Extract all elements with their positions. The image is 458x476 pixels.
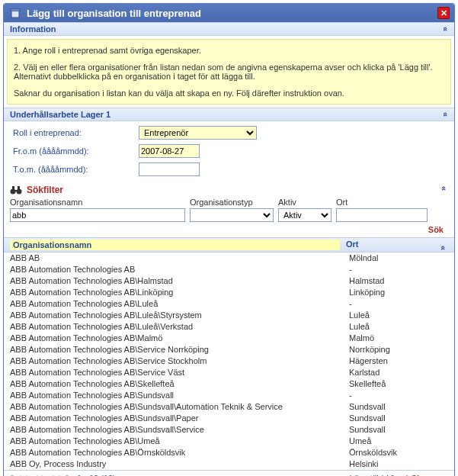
table-row[interactable]: ABB Automation Technologies AB\HalmstadH… <box>4 275 454 287</box>
info-line-1: 1. Ange roll i entreprenad samt övriga e… <box>14 46 444 55</box>
section-header-underhall[interactable]: Underhållsarbete Lager 1 « <box>4 108 454 121</box>
cell-orgnamn: ABB AB <box>10 252 349 264</box>
table-row[interactable]: ABB Automation Technologies AB\Service S… <box>4 355 454 367</box>
cell-ort: Norrköping <box>349 344 448 355</box>
cell-ort: - <box>349 264 448 275</box>
table-row[interactable]: ABB Automation Technologies AB\Linköping… <box>4 287 454 298</box>
cell-orgnamn: ABB Automation Technologies AB\Umeå <box>10 436 349 447</box>
table-row[interactable]: ABB Automation Technologies AB\Luleå\Sty… <box>4 310 454 321</box>
cell-orgnamn: ABB Automation Technologies AB\Halmstad <box>10 275 349 287</box>
table-row[interactable]: ABB Automation Technologies AB\Skellefte… <box>4 378 454 390</box>
next-page-icon[interactable]: ▶ <box>42 473 48 476</box>
from-label: Fr.o.m (ååååmmdd): <box>13 146 139 156</box>
cell-orgnamn: ABB Automation Technologies AB\Luleå <box>10 298 349 310</box>
section-label: Information <box>10 24 444 34</box>
cell-orgnamn: ABB Automation Technologies AB\Sundsvall… <box>10 401 349 413</box>
building-icon <box>8 6 22 20</box>
table-row[interactable]: ABB Automation Technologies AB\MalmöMalm… <box>4 333 454 344</box>
info-line-3: Saknar du organisation i listan kan du v… <box>14 88 444 98</box>
pager-info: 1 - 19 (19) <box>77 474 116 477</box>
last-page-icon[interactable]: ▶▶▮ <box>53 473 69 476</box>
role-select[interactable]: Entreprenör <box>139 126 257 140</box>
orgtyp-select[interactable] <box>190 208 274 222</box>
aktiv-select[interactable]: Aktiv <box>278 208 331 222</box>
table-row[interactable]: ABB Automation Technologies AB\UmeåUmeå <box>4 436 454 447</box>
table-row[interactable]: ABB Automation Technologies AB- <box>4 264 454 275</box>
lagg-till-link[interactable]: Lägg till <box>350 474 379 477</box>
cell-orgnamn: ABB Automation Technologies AB\Service S… <box>10 355 349 367</box>
orgnamn-input[interactable] <box>10 208 185 222</box>
filter-header: Sökfilter <box>4 182 454 196</box>
cell-orgnamn: ABB Automation Technologies AB\Malmö <box>10 333 349 344</box>
table-body: ABB ABMölndalABB Automation Technologies… <box>4 252 454 470</box>
section-label: Underhållsarbete Lager 1 <box>10 110 444 119</box>
pager-bar: ▮◀◀ ◀ ▶ ▶▶▮ 1 - 19 (19) Lägg till | Visa… <box>4 470 454 476</box>
search-button[interactable]: Sök <box>428 225 444 234</box>
cell-ort: Skellefteå <box>349 378 448 390</box>
filter-section: « Sökfilter Organisationsnamn Organisati… <box>4 182 454 237</box>
table-row[interactable]: ABB Automation Technologies AB\Luleå- <box>4 298 454 310</box>
separator: | <box>382 474 384 477</box>
dialog-window: Lägg till organisation till entreprenad … <box>3 3 455 476</box>
table-row[interactable]: ABB Automation Technologies AB\Service N… <box>4 344 454 355</box>
cell-orgnamn: ABB Automation Technologies AB\Sundsvall <box>10 390 349 401</box>
aktiv-label: Aktiv <box>278 198 331 207</box>
collapse-icon[interactable]: « <box>441 27 450 31</box>
info-line-2: 2. Välj en eller flera organisationer fr… <box>14 63 444 81</box>
cell-ort: Mölndal <box>349 252 448 264</box>
filter-title: Sökfilter <box>27 185 63 195</box>
cell-ort: - <box>349 298 448 310</box>
svg-rect-6 <box>18 186 20 189</box>
column-header-ort[interactable]: Ort <box>346 240 437 250</box>
information-body: 1. Ange roll i entreprenad samt övriga e… <box>7 39 451 105</box>
dialog-title: Lägg till organisation till entreprenad <box>27 8 437 19</box>
cell-orgnamn: ABB Automation Technologies AB\Service N… <box>10 344 349 355</box>
orgnamn-label: Organisationsnamn <box>10 198 185 207</box>
collapse-icon[interactable]: « <box>441 112 450 117</box>
table-header: Organisationsnamn Ort « <box>4 237 454 252</box>
cell-ort: Halmstad <box>349 275 448 287</box>
section-header-information[interactable]: Information « <box>4 22 454 36</box>
column-header-orgnamn[interactable]: Organisationsnamn <box>10 240 340 250</box>
svg-rect-0 <box>11 11 19 18</box>
ort-input[interactable] <box>336 208 428 222</box>
prev-page-icon[interactable]: ◀ <box>31 473 37 476</box>
close-button[interactable]: ✕ <box>437 7 450 19</box>
table-row[interactable]: ABB Automation Technologies AB\Sundsvall… <box>4 424 454 436</box>
underhall-form: Roll i entreprenad: Entreprenör Fr.o.m (… <box>4 121 454 182</box>
table-row[interactable]: ABB Automation Technologies AB\Service V… <box>4 367 454 378</box>
tom-date-input[interactable] <box>139 162 200 176</box>
cell-orgnamn: ABB Automation Technologies AB\Örnskölds… <box>10 447 349 458</box>
collapse-icon[interactable]: « <box>440 186 449 191</box>
svg-rect-1 <box>11 9 20 11</box>
cell-orgnamn: ABB Automation Technologies AB\Luleå\Ver… <box>10 321 349 333</box>
titlebar: Lägg till organisation till entreprenad … <box>4 4 454 22</box>
cell-ort: Helsinki <box>349 458 448 470</box>
table-row[interactable]: ABB Automation Technologies AB\Luleå\Ver… <box>4 321 454 333</box>
cell-ort: Hägersten <box>349 355 448 367</box>
cell-ort: Sundsvall <box>349 413 448 424</box>
cell-orgnamn: ABB Oy, Process Industry <box>10 458 349 470</box>
collapse-icon[interactable]: « <box>437 240 448 250</box>
binoculars-icon <box>10 184 22 196</box>
table-row[interactable]: ABB Automation Technologies AB\Örnskölds… <box>4 447 454 458</box>
table-row[interactable]: ABB Automation Technologies AB\Sundsvall… <box>4 413 454 424</box>
cell-ort: Malmö <box>349 333 448 344</box>
cell-orgnamn: ABB Automation Technologies AB\Service V… <box>10 367 349 378</box>
from-date-input[interactable] <box>139 144 200 158</box>
table-row[interactable]: ABB Oy, Process IndustryHelsinki <box>4 458 454 470</box>
svg-rect-4 <box>14 190 18 191</box>
table-row[interactable]: ABB Automation Technologies AB\Sundsvall… <box>4 401 454 413</box>
cell-ort: Sundsvall <box>349 401 448 413</box>
skapa-ny-link[interactable]: Skapa ny <box>412 474 448 477</box>
cell-ort: Luleå <box>349 321 448 333</box>
visa-link[interactable]: Visa <box>387 474 403 477</box>
table-row[interactable]: ABB Automation Technologies AB\Sundsvall… <box>4 390 454 401</box>
cell-orgnamn: ABB Automation Technologies AB <box>10 264 349 275</box>
first-page-icon[interactable]: ▮◀◀ <box>10 473 27 476</box>
separator: | <box>406 474 408 477</box>
cell-ort: Örnsköldsvik <box>349 447 448 458</box>
table-row[interactable]: ABB ABMölndal <box>4 252 454 264</box>
cell-ort: Luleå <box>349 310 448 321</box>
cell-ort: Umeå <box>349 436 448 447</box>
